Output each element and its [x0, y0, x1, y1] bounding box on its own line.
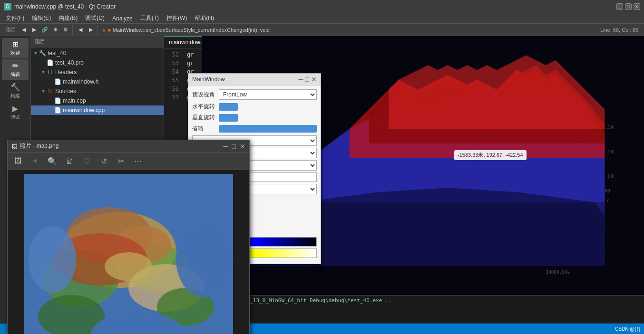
dialog-maximize-btn[interactable]: □ — [305, 76, 309, 83]
tree-headers-folder[interactable]: ▼ H Headers — [31, 67, 164, 77]
maximize-button[interactable]: □ — [625, 3, 632, 10]
tree-mainwindow-cpp[interactable]: 📄 mainwindow.cpp — [31, 105, 164, 115]
expand-sources-icon: ▼ — [40, 89, 46, 94]
vertical-rot-row: 垂直旋转 — [192, 114, 317, 122]
tab-mainwindow-cpp[interactable]: mainwindow.cpp ✕ — [164, 36, 202, 48]
tree-sources-folder[interactable]: ▼ S Sources — [31, 86, 164, 96]
menu-tools[interactable]: 工具(T) — [137, 13, 163, 23]
photo-icon: 🖼 — [11, 143, 17, 150]
minimize-button[interactable]: _ — [616, 3, 623, 10]
toolbar-prev-btn[interactable]: ◀ — [76, 25, 85, 35]
photo-close-btn[interactable]: ✕ — [240, 143, 245, 150]
menu-help[interactable]: 帮助(H) — [191, 13, 218, 23]
menu-debug[interactable]: 调试(D) — [81, 13, 108, 23]
sidebar-build-label: 构建 — [10, 93, 20, 99]
preset-label: 预设视角 — [192, 91, 216, 99]
v-rot-label: 垂直旋转 — [192, 114, 216, 122]
window-title: mainwindow.cpp @ test_40 - Qt Creator — [14, 3, 616, 10]
photo-tool-zoom[interactable]: 🔍 — [46, 154, 59, 168]
menu-analyze[interactable]: Analyze — [108, 13, 137, 23]
photo-window: 🖼 照片 - map.png ─ □ ✕ 🖼 + 🔍 🗑 ♡ ↺ ✂ ⋯ — [7, 140, 250, 334]
photo-win-controls[interactable]: ─ □ ✕ — [224, 143, 245, 150]
toolbar-nav-forward[interactable]: ▶ — [29, 25, 39, 35]
toolbar-settings-btn[interactable]: ⚙ — [61, 25, 70, 35]
tree-label-sources: Sources — [55, 88, 76, 95]
debug-icon: ▶ — [12, 104, 18, 113]
toolbar-link-btn[interactable]: 🔗 — [40, 25, 49, 35]
sidebar-edit[interactable]: ✏ 编辑 — [2, 59, 29, 80]
svg-rect-42 — [24, 174, 233, 334]
photo-minimize-btn[interactable]: ─ — [224, 143, 228, 150]
tree-project-root[interactable]: ▼ 🔧 test_40 — [31, 48, 164, 58]
panel-header: 项目 — [31, 36, 164, 48]
build-icon: 🔨 — [10, 83, 20, 92]
svg-text:100: 100 — [607, 174, 615, 179]
panel-title: 项目 — [35, 38, 45, 45]
edit-icon: ✏ — [12, 61, 19, 70]
sidebar-debug[interactable]: ▶ 调试 — [2, 102, 29, 123]
dialog-close-btn[interactable]: ✕ — [311, 76, 317, 83]
photo-tool-image[interactable]: 🖼 — [11, 154, 25, 168]
project-label: 项目 — [4, 26, 18, 33]
toolbar-func-selector: MainWindow::on_cboxSurfaceStyle_currentI… — [113, 27, 598, 33]
photo-content — [8, 170, 249, 334]
menu-edit[interactable]: 编辑(E) — [28, 13, 55, 23]
sidebar-welcome-label: 欢迎 — [10, 50, 20, 57]
title-bar: Q mainwindow.cpp @ test_40 - Qt Creator … — [0, 0, 644, 13]
photo-maximize-btn[interactable]: □ — [232, 143, 236, 150]
tree-label-mainwindow-cpp: mainwindow.cpp — [63, 107, 105, 114]
svg-text:300: 300 — [607, 125, 615, 130]
tree-main-cpp[interactable]: 📄 main.cpp — [31, 96, 164, 105]
toolbar-add-btn[interactable]: ⊕ — [50, 25, 60, 35]
other-label: 省略 — [192, 124, 216, 133]
pro-file-icon: 📄 — [46, 59, 54, 66]
close-button[interactable]: ✕ — [634, 3, 640, 10]
menu-build[interactable]: 构建(B) — [55, 13, 81, 23]
photo-title-text: 照片 - map.png — [20, 142, 59, 150]
tree-label-main-cpp: main.cpp — [63, 97, 86, 104]
toolbar-project-group: 项目 ◀ ▶ 🔗 ⊕ ⚙ — [2, 25, 73, 35]
h-file-icon: 📄 — [54, 78, 61, 85]
tab-label: mainwindow.cpp — [169, 39, 202, 46]
horizontal-rot-row: 水平旋转 — [192, 103, 317, 111]
tree-label-project: test_40 — [48, 50, 66, 57]
toolbar-next-btn[interactable]: ▶ — [86, 25, 96, 35]
toolbar-line-info: Line: 68, Col: 65 — [600, 27, 638, 33]
sidebar-debug-label: 调试 — [10, 114, 20, 121]
toolbar-nav-group: ◀ ▶ — [74, 25, 98, 35]
svg-text:0: 0 — [607, 199, 610, 203]
status-right-text: CSDN @[T] — [615, 326, 640, 332]
tree-mainwindow-h[interactable]: 📄 mainwindow.h — [31, 77, 164, 86]
photo-tool-heart[interactable]: ♡ — [80, 154, 93, 168]
photo-tool-rotate[interactable]: ↺ — [97, 154, 110, 168]
preset-view-row: 预设视角 FrontLow Top Front Side — [192, 89, 317, 100]
toolbar-nav-back[interactable]: ◀ — [19, 25, 29, 35]
sidebar-welcome[interactable]: ⊞ 欢迎 — [2, 38, 29, 58]
tree-label-headers: Headers — [55, 69, 77, 76]
project-icon: 🔧 — [39, 50, 46, 57]
main-cpp-icon: 📄 — [54, 97, 61, 104]
dialog-minimize-btn[interactable]: ─ — [299, 76, 303, 83]
app-icon: Q — [4, 3, 11, 10]
toolbar: 项目 ◀ ▶ 🔗 ⊕ ⚙ ◀ ▶ # ■ MainWindow::on_cbox… — [0, 24, 644, 36]
dialog-title-text: MainWindow — [192, 76, 225, 83]
window-controls[interactable]: _ □ ✕ — [616, 3, 640, 10]
svg-text:30000.00%: 30000.00% — [546, 269, 570, 275]
photo-tool-delete[interactable]: 🗑 — [63, 154, 76, 168]
dialog-title-bar: MainWindow ─ □ ✕ — [188, 74, 321, 86]
sidebar-build[interactable]: 🔨 构建 — [2, 81, 29, 101]
photo-title-left: 🖼 照片 - map.png — [11, 142, 59, 150]
tree-pro-file[interactable]: 📄 test_40.pro — [31, 58, 164, 67]
menu-file[interactable]: 文件(F) — [2, 13, 28, 23]
photo-title-bar: 🖼 照片 - map.png ─ □ ✕ — [8, 140, 249, 153]
photo-tool-more[interactable]: ⋯ — [131, 154, 145, 168]
other-row: 省略 — [192, 124, 317, 133]
photo-tool-add[interactable]: + — [29, 154, 42, 168]
sidebar-edit-label: 编辑 — [10, 71, 20, 78]
preset-select[interactable]: FrontLow Top Front Side — [219, 89, 317, 100]
photo-tool-crop[interactable]: ✂ — [114, 154, 127, 168]
tree-label-pro: test_40.pro — [55, 59, 84, 66]
svg-text:200: 200 — [607, 150, 615, 154]
menu-controls[interactable]: 控件(W) — [163, 13, 191, 23]
photo-toolbar: 🖼 + 🔍 🗑 ♡ ↺ ✂ ⋯ — [8, 153, 249, 170]
